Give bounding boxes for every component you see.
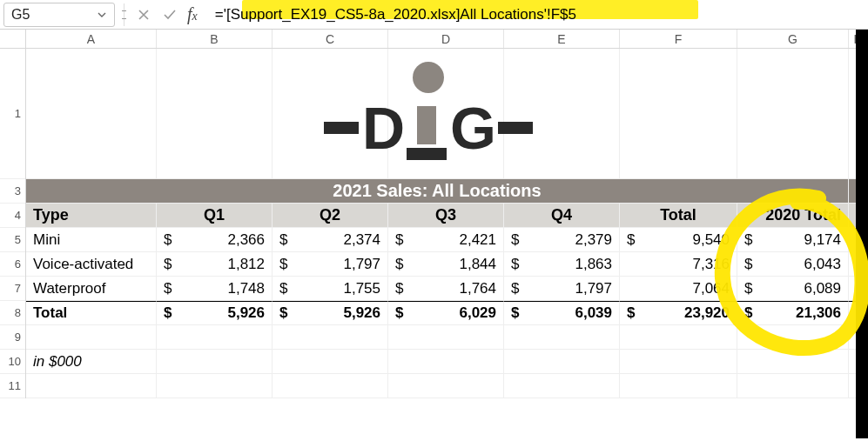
dig-logo: D G <box>293 57 563 162</box>
cell-total[interactable]: 7,316 <box>620 252 737 276</box>
cell-total[interactable]: 7,064 <box>620 277 737 300</box>
cell-total[interactable]: $23,920 <box>620 301 737 324</box>
cell-q2[interactable]: $1,797 <box>273 252 388 276</box>
cell-q3[interactable]: $6,029 <box>388 301 504 324</box>
cell-q4[interactable]: $1,797 <box>504 277 620 300</box>
logo-text: D G <box>324 98 533 157</box>
cell-q4[interactable]: $6,039 <box>504 301 620 324</box>
cell-q1[interactable]: $1,812 <box>157 252 273 276</box>
row-header[interactable]: 8 <box>0 301 25 325</box>
title-cell[interactable]: 2021 Sales: All Locations <box>26 179 849 203</box>
cancel-formula-button[interactable] <box>133 4 154 25</box>
image-edge <box>856 30 868 438</box>
logo-bar-icon <box>498 122 533 134</box>
cell-q2[interactable]: $5,926 <box>273 301 388 324</box>
row-header[interactable]: 7 <box>0 277 25 301</box>
column-header[interactable]: G <box>737 30 849 48</box>
logo-bar-icon <box>324 122 359 134</box>
title-row: 2021 Sales: All Locations <box>26 179 868 204</box>
header-q3[interactable]: Q3 <box>388 204 504 227</box>
cell-q2[interactable]: $2,374 <box>273 228 388 251</box>
cell-type[interactable]: Mini <box>26 228 157 251</box>
cell-total[interactable]: $9,540 <box>620 228 737 251</box>
cell-prev-total[interactable]: $9,174 <box>737 228 849 251</box>
cell-q1[interactable]: $2,366 <box>157 228 273 251</box>
cell-q1[interactable]: $1,748 <box>157 277 273 300</box>
header-row: Type Q1 Q2 Q3 Q4 Total 2020 Total <box>26 204 868 228</box>
cell-prev-total[interactable]: $21,306 <box>737 301 849 324</box>
column-header[interactable]: E <box>504 30 620 48</box>
table-row: Waterproof $1,748 $1,755 $1,764 $1,797 7… <box>26 277 868 301</box>
row-header[interactable]: 4 <box>0 204 25 228</box>
row-header[interactable]: 9 <box>0 325 25 350</box>
x-icon <box>138 9 150 21</box>
cell-q2[interactable]: $1,755 <box>273 277 388 300</box>
column-header[interactable]: C <box>273 30 388 48</box>
select-all-corner[interactable] <box>0 30 26 48</box>
row-header[interactable]: 3 <box>0 179 25 204</box>
row-header-strip: 1 3 4 5 6 7 8 9 10 11 <box>0 49 26 398</box>
check-icon <box>163 9 177 21</box>
logo-i-icon <box>407 106 447 160</box>
separator <box>124 3 124 26</box>
cell-q4[interactable]: $2,379 <box>504 228 620 251</box>
column-header-row: A B C D E F G H <box>0 30 868 49</box>
blank-row <box>26 325 868 350</box>
grid: 1 3 4 5 6 7 8 9 10 11 2021 Sales: All Lo… <box>0 49 868 398</box>
header-prev-total[interactable]: 2020 Total <box>737 204 849 227</box>
logo-dot-icon <box>413 62 444 93</box>
column-header[interactable]: F <box>620 30 737 48</box>
cell-prev-total[interactable]: $6,089 <box>737 277 849 300</box>
header-q1[interactable]: Q1 <box>157 204 273 227</box>
header-total[interactable]: Total <box>620 204 737 227</box>
cell-q3[interactable]: $1,844 <box>388 252 504 276</box>
header-type[interactable]: Type <box>26 204 157 227</box>
cell-type[interactable]: Total <box>26 301 157 324</box>
row-header[interactable]: 6 <box>0 252 25 277</box>
cell-q3[interactable]: $2,421 <box>388 228 504 251</box>
formula-input[interactable]: ='[Support_EX19_CS5-8a_2020.xlsx]All Loc… <box>208 3 865 27</box>
cell-q1[interactable]: $5,926 <box>157 301 273 324</box>
footer-note[interactable]: in $000 <box>26 350 157 373</box>
fx-label[interactable]: fx <box>185 4 203 24</box>
name-box[interactable]: G5 <box>3 3 115 27</box>
row-header[interactable]: 1 <box>0 49 25 179</box>
formula-text: ='[Support_EX19_CS5-8a_2020.xlsx]All Loc… <box>215 6 576 23</box>
header-q2[interactable]: Q2 <box>273 204 388 227</box>
chevron-down-icon <box>97 10 107 20</box>
column-header[interactable]: D <box>388 30 504 48</box>
cell-q4[interactable]: $1,863 <box>504 252 620 276</box>
cell-q3[interactable]: $1,764 <box>388 277 504 300</box>
row-header[interactable]: 11 <box>0 374 25 398</box>
cell-type[interactable]: Waterproof <box>26 277 157 300</box>
blank-row <box>26 374 868 398</box>
row-header[interactable]: 10 <box>0 350 25 374</box>
table-row: Mini $2,366 $2,374 $2,421 $2,379 $9,540 … <box>26 228 868 252</box>
cell-type[interactable]: Voice-activated <box>26 252 157 276</box>
row-header[interactable]: 5 <box>0 228 25 252</box>
formula-bar: G5 fx ='[Support_EX19_CS5-8a_2020.xlsx]A… <box>0 0 868 30</box>
header-q4[interactable]: Q4 <box>504 204 620 227</box>
column-header[interactable]: A <box>26 30 157 48</box>
total-row: Total $5,926 $5,926 $6,029 $6,039 $23,92… <box>26 301 868 325</box>
footer-row: in $000 <box>26 350 868 374</box>
cell-prev-total[interactable]: $6,043 <box>737 252 849 276</box>
name-box-value: G5 <box>11 7 30 23</box>
table-row: Voice-activated $1,812 $1,797 $1,844 $1,… <box>26 252 868 277</box>
column-header[interactable]: B <box>157 30 273 48</box>
enter-formula-button[interactable] <box>159 4 180 25</box>
